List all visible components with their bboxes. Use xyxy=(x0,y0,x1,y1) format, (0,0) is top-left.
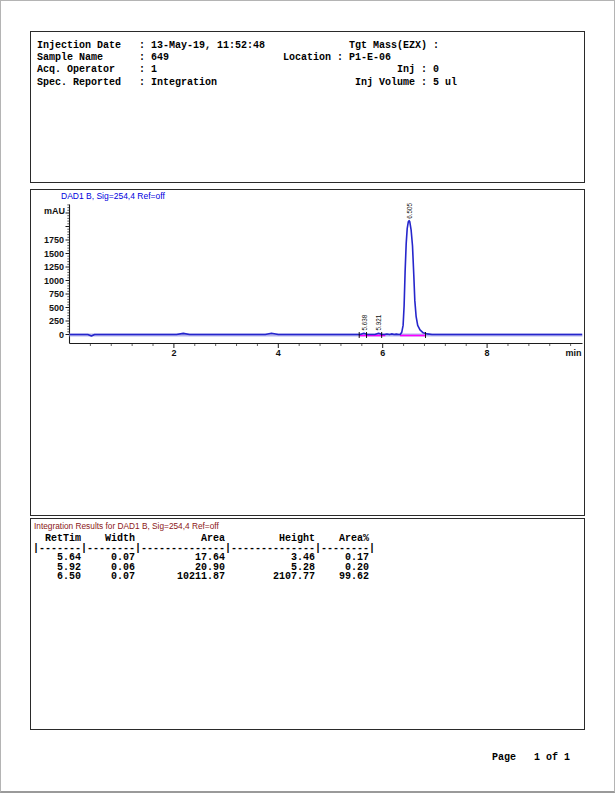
chromatogram-box: DAD1 B, Sig=254,4 Ref=off025050075010001… xyxy=(30,189,585,516)
y-tick-label: 1500 xyxy=(44,249,64,259)
peak-retention-label: 5.921 xyxy=(375,314,382,330)
report-page: { "info_header": { "lines": [ "Injection… xyxy=(0,0,615,793)
y-tick-label: 1750 xyxy=(44,235,64,245)
info-line-acq-operator: Acq. Operator : 1 Inj : 0 xyxy=(37,64,457,76)
y-tick-label: 1000 xyxy=(44,276,64,286)
x-tick-label: 8 xyxy=(485,348,490,358)
info-header-text: Injection Date : 13-May-19, 11:52:48 Tgt… xyxy=(37,40,457,89)
results-heading: Integration Results for DAD1 B, Sig=254,… xyxy=(34,521,219,531)
peak-retention-label: 5.638 xyxy=(361,314,368,330)
chart-title: DAD1 B, Sig=254,4 Ref=off xyxy=(61,191,165,201)
info-line-injection-date: Injection Date : 13-May-19, 11:52:48 Tgt… xyxy=(37,40,457,52)
x-tick-label: 4 xyxy=(276,348,281,358)
integration-results-table: RetTim Width Area Height Area% |-------|… xyxy=(33,534,375,582)
y-tick-label: 250 xyxy=(49,316,64,326)
x-tick-label: 2 xyxy=(171,348,176,358)
info-header-box: Injection Date : 13-May-19, 11:52:48 Tgt… xyxy=(30,31,585,183)
y-tick-label: 0 xyxy=(59,330,64,340)
page-footer: Page 1 of 1 xyxy=(492,752,570,763)
y-tick-label: 1250 xyxy=(44,262,64,272)
y-axis-unit-label: mAU xyxy=(44,206,65,216)
y-tick-label: 750 xyxy=(49,289,64,299)
peak-retention-label: 6.505 xyxy=(406,202,413,218)
x-axis-unit-label: min xyxy=(565,348,581,358)
y-tick-label: 500 xyxy=(49,303,64,313)
info-line-sample-name: Sample Name : 649 Location : P1-E-06 xyxy=(37,52,457,64)
chromatogram-chart: DAD1 B, Sig=254,4 Ref=off025050075010001… xyxy=(31,190,583,514)
x-tick-label: 6 xyxy=(380,348,385,358)
chromatogram-trace xyxy=(70,221,583,336)
info-line-spec-reported: Spec. Reported : Integration Inj Volume … xyxy=(37,77,457,89)
integration-results-box: Integration Results for DAD1 B, Sig=254,… xyxy=(30,518,585,730)
